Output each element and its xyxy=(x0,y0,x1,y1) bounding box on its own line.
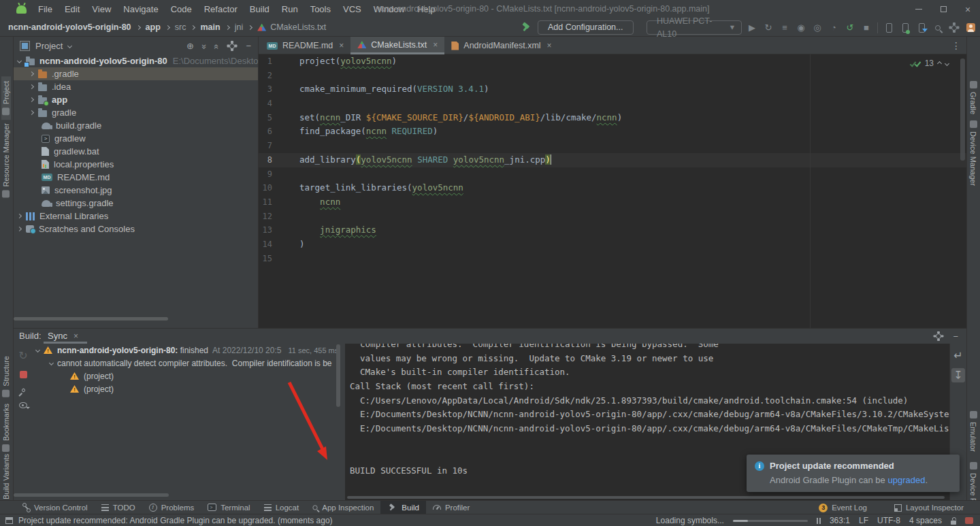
debug-icon[interactable]: ◉ xyxy=(793,20,809,35)
tree-item-readme-md[interactable]: README.md xyxy=(14,171,258,184)
close-button[interactable]: × xyxy=(956,0,980,18)
tool-tab-event-log[interactable]: 3Event Log xyxy=(812,501,874,514)
tool-tab-version-control[interactable]: Version Control xyxy=(16,501,95,514)
inspections-widget[interactable]: 13 xyxy=(910,59,949,68)
notification-window-icon[interactable] xyxy=(5,517,13,524)
sdk-manager-icon[interactable] xyxy=(913,20,930,35)
device-manager-icon[interactable] xyxy=(897,20,913,35)
editor-scrollbar[interactable] xyxy=(960,59,965,161)
menu-tools[interactable]: Tools xyxy=(304,0,337,18)
build-hammer-icon[interactable] xyxy=(521,22,532,35)
tab-options-icon[interactable]: ⋮ xyxy=(951,37,961,54)
add-configuration-button[interactable]: Add Configuration... xyxy=(538,20,634,35)
chevron-right-icon[interactable] xyxy=(17,214,22,218)
tree-item-screenshot-jpg[interactable]: screenshot.jpg xyxy=(14,184,258,197)
stripe-emulator[interactable]: Emulator xyxy=(968,406,978,457)
tree-item-local-properties[interactable]: local.properties xyxy=(14,158,258,171)
tool-tab-build[interactable]: Build xyxy=(380,501,426,514)
pair-devices-icon[interactable] xyxy=(881,20,897,35)
editor[interactable]: README.md×CMakeLists.txt×AndroidManifest… xyxy=(259,37,966,328)
tool-tab-layout-inspector[interactable]: Layout Inspector xyxy=(887,501,970,514)
tree-item-gradlew-bat[interactable]: gradlew.bat xyxy=(14,145,258,158)
close-icon[interactable]: × xyxy=(433,40,438,50)
chevron-down-icon[interactable] xyxy=(17,59,22,63)
notifications-icon[interactable] xyxy=(965,517,973,524)
previous-problem-icon[interactable] xyxy=(937,61,942,65)
breadcrumb-cmakelists-txt[interactable]: CMakeLists.txt xyxy=(269,22,327,32)
lock-icon[interactable] xyxy=(951,521,956,525)
project-root-row[interactable]: ncnn-android-yolov5-origin-80E:\Document… xyxy=(14,54,258,67)
pin-icon[interactable] xyxy=(20,388,25,393)
refresh-icon[interactable]: ↻ xyxy=(18,349,27,362)
device-selector[interactable]: HUAWEI PCT-AL10 ▾ xyxy=(647,20,742,35)
menu-view[interactable]: View xyxy=(86,0,117,18)
hide-panel-icon[interactable]: − xyxy=(246,41,251,51)
close-icon[interactable]: × xyxy=(74,331,78,341)
stop-icon[interactable]: ■ xyxy=(858,20,875,35)
console-horizontal-scrollbar[interactable] xyxy=(347,496,945,499)
locate-file-icon[interactable]: ⊕ xyxy=(186,41,194,51)
collapse-all-icon[interactable]: « xyxy=(212,44,222,48)
tab-cmakelists-txt[interactable]: CMakeLists.txt× xyxy=(350,37,444,54)
tool-tab-terminal[interactable]: Terminal xyxy=(201,501,257,514)
settings-icon[interactable] xyxy=(946,20,962,35)
build-tree-row[interactable]: (project) xyxy=(33,382,345,395)
profile-avatar-icon[interactable] xyxy=(962,20,979,35)
menu-refactor[interactable]: Refactor xyxy=(198,0,244,18)
apply-changes-icon[interactable]: ↻ xyxy=(760,20,777,35)
breadcrumb-jni[interactable]: jni xyxy=(233,22,245,32)
tool-tab-logcat[interactable]: Logcat xyxy=(257,501,306,514)
horizontal-scrollbar[interactable] xyxy=(14,317,168,320)
tool-tab-todo[interactable]: TODO xyxy=(95,501,142,514)
vertical-scrollbar[interactable] xyxy=(336,344,340,407)
filter-icon[interactable] xyxy=(19,402,27,408)
stop-icon[interactable] xyxy=(20,371,27,378)
menu-run[interactable]: Run xyxy=(276,0,304,18)
encoding-widget[interactable]: UTF-8 xyxy=(877,516,900,525)
close-icon[interactable]: × xyxy=(339,41,344,50)
upgrade-link[interactable]: upgraded xyxy=(887,475,925,485)
menu-vcs[interactable]: VCS xyxy=(337,0,368,18)
menu-file[interactable]: File xyxy=(32,0,59,18)
tree-item-scratches-and-consoles[interactable]: Scratches and Consoles xyxy=(14,223,258,235)
tab-androidmanifest-xml[interactable]: AndroidManifest.xml× xyxy=(444,37,558,54)
maximize-button[interactable] xyxy=(931,0,956,18)
tree-item-idea[interactable]: .idea xyxy=(14,80,258,93)
expand-all-icon[interactable]: » xyxy=(199,44,210,48)
build-tree-row[interactable]: cannot automatically detect compiler att… xyxy=(33,357,345,369)
tree-item-external-libraries[interactable]: External Libraries xyxy=(14,210,258,223)
hide-panel-icon[interactable]: − xyxy=(953,331,958,342)
build-tree-row[interactable]: ncnn-android-yolov5-origin-80: finishedA… xyxy=(33,344,345,357)
pause-icon[interactable] xyxy=(817,518,821,524)
tree-item-gradle[interactable]: gradle xyxy=(14,106,258,119)
run-configurations-icon[interactable]: ≡ xyxy=(777,20,793,35)
chevron-right-icon[interactable] xyxy=(29,110,34,115)
caret-position-widget[interactable]: 363:1 xyxy=(830,516,850,525)
menu-build[interactable]: Build xyxy=(244,0,276,18)
stripe-structure[interactable]: Structure xyxy=(1,351,11,402)
menu-navigate[interactable]: Navigate xyxy=(117,0,164,18)
stripe-project[interactable]: Project xyxy=(1,76,11,120)
stripe-device-manager[interactable]: Device Manager xyxy=(968,116,978,191)
attach-profiler-icon[interactable]: ◎ xyxy=(809,20,826,35)
stripe-resource-manager[interactable]: Resource Manager xyxy=(1,118,11,203)
indent-widget[interactable]: 4 spaces xyxy=(909,516,942,525)
stripe-gradle[interactable]: Gradle xyxy=(968,76,978,119)
soft-wrap-icon[interactable]: ↵ xyxy=(953,349,962,362)
build-tree-row[interactable]: (project) xyxy=(33,369,345,382)
tool-tab-profiler[interactable]: Profiler xyxy=(426,501,476,514)
tree-item-gradlew[interactable]: gradlew xyxy=(14,132,258,145)
chevron-down-icon[interactable] xyxy=(35,348,40,352)
menu-edit[interactable]: Edit xyxy=(59,0,86,18)
profile-app-icon[interactable]: ◔ xyxy=(826,20,842,35)
breadcrumb-main[interactable]: main xyxy=(199,22,221,32)
close-icon[interactable]: × xyxy=(547,41,552,50)
horizontal-scrollbar[interactable] xyxy=(14,493,169,497)
scroll-to-end-icon[interactable]: ↧ xyxy=(951,368,964,382)
search-everywhere-icon[interactable] xyxy=(930,20,946,35)
tree-item-app[interactable]: app xyxy=(14,93,258,106)
breadcrumb-app[interactable]: app xyxy=(144,22,162,32)
tree-item-settings-gradle[interactable]: settings.gradle xyxy=(14,197,258,210)
gear-icon[interactable] xyxy=(229,44,235,49)
chevron-down-icon[interactable] xyxy=(67,44,72,48)
